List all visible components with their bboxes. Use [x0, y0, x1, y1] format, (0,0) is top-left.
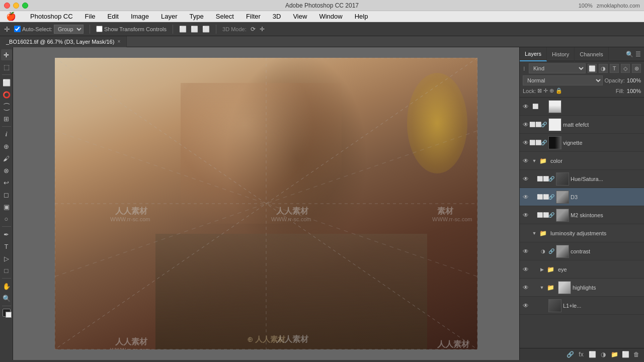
layer-item-matt[interactable]: 👁 ⬜⬜ 🔗 matt efefct	[520, 116, 644, 134]
layer-item-l1[interactable]: 👁 L1+le...	[520, 297, 644, 315]
layer-visibility-matt[interactable]: 👁	[522, 121, 530, 129]
lasso-tool[interactable]: ⭕	[1, 89, 12, 100]
layer-visibility-gradient[interactable]: 👁	[522, 103, 530, 111]
lock-pixels-btn[interactable]: ⊠	[537, 87, 542, 94]
layer-item-m2skintones[interactable]: 👁 ⬜⬜ 🔗 M2 skintones	[520, 206, 644, 224]
fill-value[interactable]: 100%	[627, 88, 641, 94]
folder-arrow-highlights[interactable]: ▼	[539, 285, 545, 291]
panel-menu-icon[interactable]: ☰	[635, 51, 641, 58]
layer-kind-select[interactable]: Kind	[529, 63, 586, 73]
layer-folder-luminosity[interactable]: 👁 ▼ 📁 luminosity adjustments	[520, 224, 644, 242]
tab-history[interactable]: History	[547, 47, 575, 61]
layer-item-d3[interactable]: 👁 ⬜⬜ 🔗 D3	[520, 188, 644, 206]
layer-visibility-huesat[interactable]: 👁	[522, 175, 530, 183]
layer-visibility-vignette[interactable]: 👁	[522, 139, 530, 147]
tab-channels[interactable]: Channels	[575, 47, 608, 61]
layer-folder-color[interactable]: 👁 ▼ 📁 color	[520, 152, 644, 170]
tab-close-button[interactable]: ×	[117, 39, 120, 44]
align-left-icon[interactable]: ⬜	[179, 26, 187, 33]
3d-move-icon[interactable]: ✛	[260, 26, 265, 33]
menu-window[interactable]: Window	[317, 13, 344, 20]
align-center-icon[interactable]: ⬜	[191, 26, 198, 33]
search-icon[interactable]: 🔍	[626, 51, 633, 58]
eraser-tool[interactable]: ◻	[1, 189, 12, 200]
apple-menu[interactable]: 🍎	[4, 12, 18, 21]
close-button[interactable]	[4, 3, 10, 9]
menu-file[interactable]: File	[83, 13, 98, 20]
minimize-button[interactable]	[13, 3, 19, 9]
folder-arrow-color[interactable]: ▼	[531, 158, 537, 164]
pixel-filter-btn[interactable]: ⬜	[588, 64, 597, 73]
layer-visibility-color[interactable]: 👁	[522, 157, 530, 165]
artboard-tool[interactable]: ⬚	[1, 61, 12, 72]
history-brush-tool[interactable]: ↩	[1, 177, 12, 188]
layer-visibility-contrast[interactable]: 👁	[522, 247, 530, 255]
layer-mask-btn[interactable]: ⬜	[588, 350, 597, 359]
menu-type[interactable]: Type	[188, 13, 206, 20]
layer-item-vignette[interactable]: 👁 ⬜⬜ 🔗 vignette	[520, 134, 644, 152]
shape-tool[interactable]: □	[1, 265, 12, 276]
stamp-tool[interactable]: ⊗	[1, 165, 12, 176]
hand-tool[interactable]: ✋	[1, 281, 12, 292]
lock-artboards-btn[interactable]: ⊕	[549, 87, 554, 94]
menu-edit[interactable]: Edit	[106, 13, 121, 20]
brush-tool[interactable]: 🖌	[1, 153, 12, 164]
3d-rotate-icon[interactable]: ⟳	[251, 26, 256, 33]
blend-mode-select[interactable]: Normal Multiply Screen Overlay Luminosit…	[523, 75, 603, 85]
document-tab[interactable]: _BO16021.tif @ 66.7% (D3, Layer Mask/16)…	[0, 36, 127, 47]
zoom-tool[interactable]: 🔍	[1, 293, 12, 304]
menu-help[interactable]: Help	[353, 13, 370, 20]
dodge-tool[interactable]: ○	[1, 213, 12, 224]
foreground-color[interactable]	[3, 309, 11, 317]
menu-image[interactable]: Image	[129, 13, 151, 20]
shape-filter-btn[interactable]: ◇	[621, 64, 630, 73]
menu-select[interactable]: Select	[214, 13, 236, 20]
layer-item-gradient[interactable]: 👁 ⬜	[520, 98, 644, 116]
type-tool[interactable]: T	[1, 241, 12, 252]
layer-folder-highlights[interactable]: 👁 ▼ 📁 highlights	[520, 279, 644, 297]
menu-layer[interactable]: Layer	[159, 13, 180, 20]
layer-styles-btn[interactable]: fx	[577, 350, 586, 359]
lock-all-btn[interactable]: 🔒	[555, 87, 562, 94]
eyedropper-tool[interactable]: 𝒊	[1, 129, 12, 140]
new-layer-btn[interactable]: ⬜	[621, 350, 630, 359]
folder-arrow-luminosity[interactable]: ▼	[531, 230, 537, 236]
menu-view[interactable]: View	[291, 13, 309, 20]
tab-layers[interactable]: Layers	[520, 47, 547, 61]
marquee-tool[interactable]: ⬜	[1, 77, 12, 88]
auto-select-checkbox[interactable]	[14, 26, 21, 32]
layer-item-contrast[interactable]: 👁 ◑ 🔗 contrast	[520, 242, 644, 260]
layer-item-huesat[interactable]: 👁 ⬜⬜ 🔗 Hue/Satura...	[520, 170, 644, 188]
new-group-btn[interactable]: 📁	[610, 350, 619, 359]
layer-visibility-m2[interactable]: 👁	[522, 211, 530, 219]
type-filter-btn[interactable]: T	[610, 64, 619, 73]
adjustment-layer-btn[interactable]: ◑	[599, 350, 608, 359]
folder-arrow-eye[interactable]: ▶	[539, 266, 545, 273]
lock-position-btn[interactable]: ✛	[543, 87, 548, 94]
heal-tool[interactable]: ⊕	[1, 141, 12, 152]
link-layers-btn[interactable]: 🔗	[566, 350, 575, 359]
opacity-value[interactable]: 100%	[627, 77, 641, 83]
smart-filter-btn[interactable]: ⊛	[632, 64, 641, 73]
align-right-icon[interactable]: ⬜	[202, 26, 210, 33]
menu-photoshop[interactable]: Photoshop CC	[28, 13, 75, 20]
path-select-tool[interactable]: ▷	[1, 253, 12, 264]
gradient-tool[interactable]: ▣	[1, 201, 12, 212]
move-tool[interactable]: ✛	[1, 49, 12, 60]
maximize-button[interactable]	[22, 3, 28, 9]
layer-folder-eye[interactable]: 👁 ▶ 📁 eye	[520, 260, 644, 279]
layer-visibility-eye[interactable]: 👁	[522, 265, 530, 274]
delete-layer-btn[interactable]: 🗑	[632, 350, 641, 359]
transform-checkbox[interactable]	[96, 26, 103, 32]
menu-3d[interactable]: 3D	[271, 13, 283, 20]
layer-visibility-l1[interactable]: 👁	[522, 302, 530, 310]
pen-tool[interactable]: ✒	[1, 229, 12, 240]
adjustment-filter-btn[interactable]: ◑	[599, 64, 608, 73]
layer-visibility-luminosity[interactable]: 👁	[522, 229, 530, 237]
crop-tool[interactable]: ⊞	[1, 113, 12, 124]
layer-visibility-d3[interactable]: 👁	[522, 193, 530, 201]
menu-filter[interactable]: Filter	[244, 13, 263, 20]
layers-list[interactable]: 👁 ⬜ 👁 ⬜⬜ 🔗 matt efefct 👁 ⬜⬜ 🔗 vign	[520, 98, 644, 348]
layer-visibility-highlights[interactable]: 👁	[522, 284, 530, 292]
auto-select-dropdown[interactable]: Group Layer	[54, 25, 84, 34]
